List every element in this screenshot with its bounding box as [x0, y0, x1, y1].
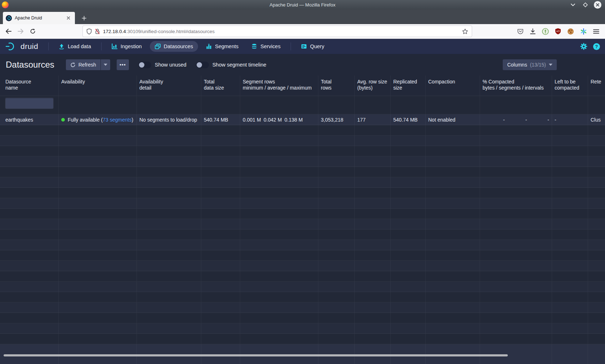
hamburger-menu-icon[interactable]: [593, 29, 599, 34]
table-empty-cell: [201, 282, 240, 292]
table-empty-cell: [59, 250, 137, 261]
table-empty-cell: [201, 146, 240, 156]
col-header-retention[interactable]: Rete: [588, 76, 605, 96]
nav-item-load-data[interactable]: Load data: [54, 41, 96, 52]
druid-navbar: druid Load data Ingestion Datasources Se…: [0, 39, 605, 54]
reload-button[interactable]: [27, 26, 38, 36]
table-empty-cell: [137, 313, 201, 323]
table-empty-cell: [391, 282, 426, 292]
cell-replicated-size: 540.74 MB: [391, 114, 426, 125]
col-header-avg-row-size[interactable]: Avg. row size (bytes): [355, 76, 391, 96]
druid-logo[interactable]: druid: [5, 42, 45, 51]
cell-availability: Fully available ( 73 segments ): [59, 114, 137, 125]
insecure-lock-icon[interactable]: [95, 28, 100, 35]
new-tab-button[interactable]: [79, 13, 89, 23]
table-empty-row: [0, 271, 605, 282]
table-empty-cell: [588, 188, 605, 198]
close-button[interactable]: [594, 1, 601, 9]
tab-close-icon[interactable]: [65, 14, 72, 22]
settings-gear-icon[interactable]: [580, 43, 587, 50]
table-empty-cell: [59, 292, 137, 302]
refresh-button[interactable]: Refresh: [66, 59, 100, 70]
table-empty-cell: [318, 146, 355, 156]
cell-availability-detail: No segments to load/drop: [137, 114, 201, 125]
col-header-availability-detail[interactable]: Availability detail: [137, 76, 201, 96]
segments-icon: [206, 44, 212, 49]
forward-button[interactable]: [15, 26, 26, 36]
table-empty-cell: [426, 125, 480, 136]
col-header-total-data-size[interactable]: Total data size: [201, 76, 240, 96]
table-empty-row: [0, 302, 605, 313]
nav-item-query[interactable]: Query: [296, 41, 330, 52]
window-titlebar: Apache Druid — Mozilla Firefox: [0, 0, 605, 10]
table-empty-cell: [0, 136, 59, 146]
col-header-compaction[interactable]: Compaction: [426, 76, 480, 96]
table-empty-cell: [552, 323, 588, 334]
table-empty-cell: [318, 136, 355, 146]
table-empty-cell: [588, 323, 605, 334]
table-empty-cell: [552, 334, 588, 344]
table-empty-cell: [318, 292, 355, 302]
tracking-shield-icon[interactable]: [86, 28, 92, 35]
help-icon[interactable]: ?: [593, 43, 600, 50]
segment-rows-max: 0.138 M: [284, 117, 305, 123]
columns-dropdown-button[interactable]: Columns (13/15): [503, 59, 557, 70]
browser-tab[interactable]: Apache Druid: [3, 12, 75, 24]
nav-item-ingestion[interactable]: Ingestion: [107, 41, 147, 52]
table-empty-cell: [588, 261, 605, 271]
url-bar[interactable]: 172.18.0.4:30109/unified-console.html#da…: [83, 26, 472, 37]
back-button[interactable]: [3, 26, 14, 36]
table-empty-cell: [0, 302, 59, 313]
nav-item-datasources[interactable]: Datasources: [150, 41, 198, 52]
show-segment-timeline-toggle[interactable]: [196, 62, 209, 68]
cookie-extension-icon[interactable]: [567, 28, 574, 35]
table-empty-cell: [480, 313, 552, 323]
col-header-segment-rows[interactable]: Segment rows minimum / average / maximum: [240, 76, 318, 96]
downloads-icon[interactable]: [530, 28, 536, 35]
maximize-button[interactable]: [582, 1, 589, 9]
table-empty-cell: [59, 209, 137, 219]
cell-total-data-size: 540.74 MB: [201, 114, 240, 125]
table-empty-row: [0, 167, 605, 177]
table-empty-cell: [137, 250, 201, 261]
table-empty-cell: [0, 229, 59, 240]
segments-link[interactable]: 73 segments: [103, 117, 131, 123]
table-empty-cell: [59, 271, 137, 282]
col-header-left-to-be-compacted[interactable]: Left to be compacted: [552, 76, 588, 96]
table-empty-cell: [588, 136, 605, 146]
table-empty-cell: [240, 177, 318, 188]
nav-item-segments[interactable]: Segments: [201, 41, 243, 52]
colorful-asterisk-extension-icon[interactable]: [580, 28, 587, 35]
col-header-total-rows[interactable]: Total rows: [318, 76, 355, 96]
bookmark-star-icon[interactable]: [462, 28, 468, 35]
show-unused-toggle[interactable]: [138, 62, 151, 68]
page-title: Datasources: [6, 60, 54, 70]
table-empty-cell: [240, 302, 318, 313]
table-empty-cell: [391, 323, 426, 334]
table-empty-cell: [391, 177, 426, 188]
refresh-interval-dropdown[interactable]: [101, 59, 110, 70]
col-header-datasource-name[interactable]: Datasource name: [0, 76, 59, 96]
datasource-row-earthquakes[interactable]: earthquakes Fully available ( 73 segment…: [0, 114, 605, 125]
ublock-origin-icon[interactable]: uO: [555, 28, 561, 35]
table-empty-row: [0, 177, 605, 188]
table-empty-cell: [552, 188, 588, 198]
pocket-icon[interactable]: [517, 28, 524, 35]
horizontal-scrollbar-thumb[interactable]: [4, 354, 508, 356]
table-empty-cell: [480, 125, 552, 136]
datasource-name-filter-input[interactable]: [5, 98, 53, 109]
col-header-replicated-size[interactable]: Replicated size: [391, 76, 426, 96]
table-empty-cell: [201, 229, 240, 240]
cell-compaction: Not enabled: [426, 114, 480, 125]
privacy-extension-icon[interactable]: [542, 28, 549, 35]
table-empty-cell: [59, 188, 137, 198]
table-empty-cell: [552, 240, 588, 250]
col-header-pct-compacted[interactable]: % Compacted bytes / segments / intervals: [480, 76, 552, 96]
minimize-button[interactable]: [569, 1, 577, 9]
col-header-availability[interactable]: Availability: [59, 76, 137, 96]
table-empty-cell: [59, 261, 137, 271]
nav-item-label: Datasources: [164, 44, 193, 49]
more-actions-button[interactable]: •••: [117, 59, 129, 70]
nav-item-services[interactable]: Services: [246, 41, 286, 52]
table-empty-cell: [240, 188, 318, 198]
